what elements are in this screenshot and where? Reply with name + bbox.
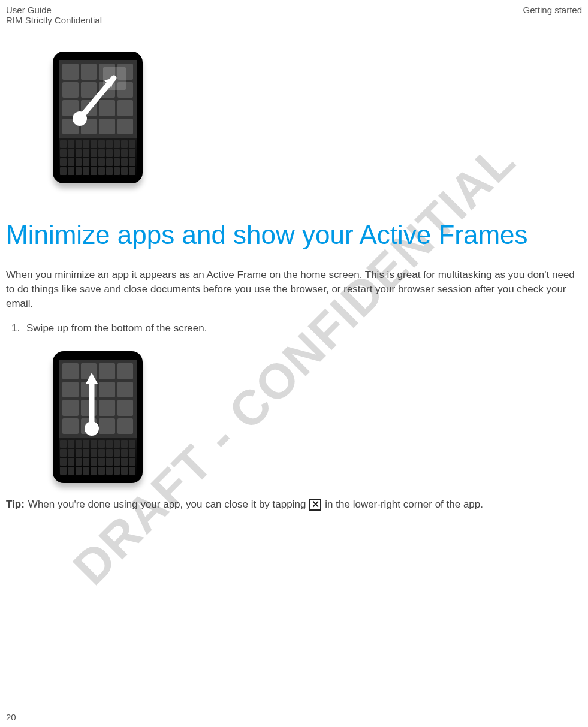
header-left-line2: RIM Strictly Confidential bbox=[6, 15, 102, 25]
close-icon: ✕ bbox=[309, 499, 321, 511]
tip-line: Tip: When you're done using your app, yo… bbox=[6, 499, 582, 511]
header-right: Getting started bbox=[523, 5, 582, 15]
tip-label: Tip: bbox=[6, 499, 25, 511]
intro-paragraph: When you minimize an app it appears as a… bbox=[6, 268, 582, 310]
tip-text-after: in the lower-right corner of the app. bbox=[325, 499, 483, 511]
tip-text-before: When you're done using your app, you can… bbox=[28, 499, 306, 511]
header-left-line1: User Guide bbox=[6, 5, 102, 15]
svg-point-5 bbox=[85, 421, 99, 436]
step-1: Swipe up from the bottom of the screen. bbox=[23, 322, 582, 334]
page-header: User Guide RIM Strictly Confidential Get… bbox=[6, 5, 582, 25]
phone-illustration-swipe-up bbox=[53, 351, 143, 483]
section-title: Minimize apps and show your Active Frame… bbox=[6, 218, 582, 251]
steps-list: Swipe up from the bottom of the screen. bbox=[6, 322, 582, 334]
phone-illustration-diagonal-swipe bbox=[53, 52, 143, 183]
svg-marker-4 bbox=[86, 373, 98, 384]
swipe-diagonal-icon bbox=[59, 60, 137, 138]
page-number: 20 bbox=[6, 712, 16, 722]
svg-point-2 bbox=[73, 111, 87, 126]
swipe-up-icon bbox=[59, 360, 137, 438]
